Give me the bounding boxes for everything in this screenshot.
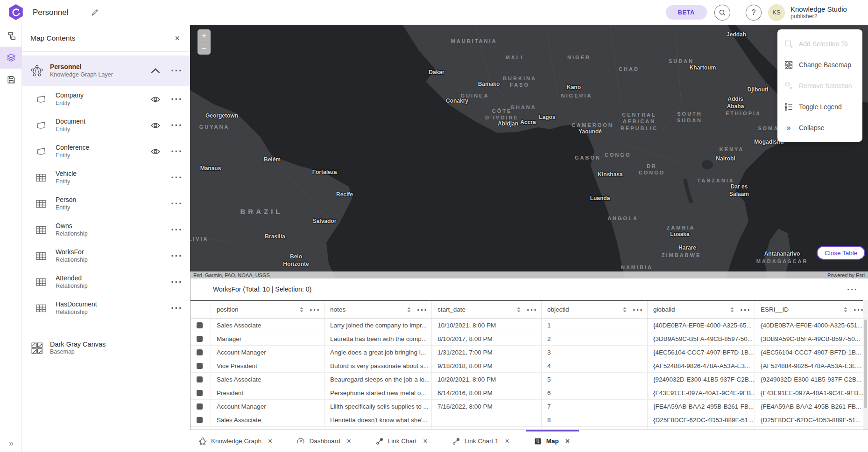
basemap-row[interactable]: Dark Gray Canvas Basemap [22,333,190,363]
table-icon [35,276,47,288]
column-options-icon[interactable] [527,305,537,314]
eye-icon[interactable] [148,94,162,104]
cell-objectid: 8 [541,413,647,426]
tab-dashboard[interactable]: Dashboard [293,430,354,452]
menu-item-toggle-legend[interactable]: Toggle Legend [777,96,862,117]
column-options-icon[interactable] [740,305,751,314]
table-row[interactable]: Account Manager Lilith specifically sell… [191,400,868,413]
tab-link-chart[interactable]: Link Chart [372,430,431,452]
column-options-icon[interactable] [417,305,428,314]
column-header-start-date[interactable]: start_date [431,301,541,318]
column-options-icon[interactable] [310,305,320,314]
layer-row[interactable]: Owns Relationship [22,217,190,243]
close-table-button[interactable]: Close Table [817,246,865,260]
layer-group-personnel[interactable]: Personnel Knowledge Graph Layer [22,56,190,86]
close-icon[interactable] [268,437,272,445]
sort-icon[interactable] [515,306,522,313]
layer-row[interactable]: HasDocument Relationship [22,295,190,321]
close-icon[interactable] [423,437,427,445]
menu-item-add-selection-to[interactable]: Add Selection To [777,33,862,54]
expand-rail-button[interactable] [0,436,22,450]
help-button[interactable] [746,5,762,21]
layer-options-icon[interactable] [171,120,183,131]
row-checkbox[interactable] [197,322,203,328]
menu-item-change-basemap[interactable]: Change Basemap [777,54,862,75]
table-row[interactable]: Account Manager Angie does a great job b… [191,346,868,359]
close-icon[interactable] [346,437,351,445]
layer-options-icon[interactable] [171,303,183,313]
search-button[interactable] [714,5,730,21]
table-scrollbar[interactable] [863,300,868,430]
table-row[interactable]: Vice President Buford is very passionate… [191,359,868,373]
sort-icon[interactable] [298,306,305,313]
layer-row[interactable]: WorksFor Relationship [22,243,190,269]
app-logo-icon[interactable] [7,4,24,21]
column-header-globalid[interactable]: globalid [647,301,755,318]
user-avatar[interactable]: KS [768,4,785,21]
row-checkbox[interactable] [197,417,203,423]
close-panel-button[interactable] [173,32,182,44]
column-header-objectid[interactable]: objectid [541,301,647,318]
layer-options-icon[interactable] [171,225,183,235]
tab-link-chart-1[interactable]: Link Chart 1 [448,430,513,452]
layer-group-options-icon[interactable] [171,66,183,76]
table-row[interactable]: Sales Associate Larry joined the company… [191,319,868,332]
user-info[interactable]: Knowledge Studio publisher2 [790,5,861,20]
table-row[interactable]: Marketing 12/13/2021, 7:00 PM 9 {... {..… [191,427,868,429]
close-icon[interactable] [565,437,570,445]
table-row[interactable]: President Persephone started new metal o… [191,386,868,400]
chevron-up-icon[interactable] [150,66,161,76]
cell-position: President [211,386,324,399]
save-button[interactable] [0,69,22,90]
tab-map[interactable]: Map [530,430,573,452]
table-row[interactable]: Sales Associate Beauregard sleeps on the… [191,373,868,386]
map-contents-button[interactable] [0,47,22,69]
row-checkbox[interactable] [197,390,203,396]
layer-text: HasDocument Relationship [56,300,148,316]
table-row[interactable]: Sales Associate Henrietta doesn't know w… [191,413,868,427]
close-icon[interactable] [505,437,509,445]
eye-icon[interactable] [148,120,162,131]
sort-icon[interactable] [406,306,412,313]
row-checkbox[interactable] [197,403,203,410]
layer-options-icon[interactable] [171,199,183,209]
row-checkbox[interactable] [197,363,203,369]
layer-row[interactable]: Attended Relationship [22,269,190,295]
sort-icon[interactable] [729,306,735,313]
layer-row[interactable]: Document Entity [22,112,190,139]
sort-icon[interactable] [842,306,849,313]
data-model-button[interactable] [0,25,22,47]
tab-knowledge-graph[interactable]: Knowledge Graph [195,430,276,452]
column-header-position[interactable]: position [211,301,324,318]
layer-options-icon[interactable] [171,146,183,157]
layer-options-icon[interactable] [171,94,183,104]
layer-options-icon[interactable] [171,173,183,183]
column-header-notes[interactable]: notes [324,301,431,318]
table-options-icon[interactable] [847,285,858,294]
layer-row[interactable]: Conference Entity [22,139,190,165]
layer-row[interactable]: Vehicle Entity [22,165,190,191]
menu-item-remove-selection[interactable]: Remove Selection [777,75,862,96]
knowledge-graph-icon [198,437,207,445]
row-checkbox[interactable] [197,336,203,342]
layer-options-icon[interactable] [171,251,183,261]
beta-badge: BETA [666,5,707,20]
edit-title-button[interactable] [89,7,101,19]
map-view[interactable]: JeddahMAURITANIAMALINIGERSUDANKhartoumCH… [190,25,868,278]
table-row[interactable]: Manager Lauretta has been with the comp.… [191,332,868,346]
cell-checkbox [191,400,211,413]
row-checkbox[interactable] [197,376,203,382]
zoom-out-button[interactable] [198,42,211,55]
eye-icon[interactable] [148,146,162,157]
column-options-icon[interactable] [633,305,643,314]
layer-name: Vehicle [56,170,148,178]
layer-options-icon[interactable] [171,277,183,287]
zoom-in-button[interactable] [198,29,211,42]
column-header-esri-id[interactable]: ESRI__ID [755,301,868,318]
menu-item-collapse[interactable]: Collapse [777,117,862,138]
layer-row[interactable]: Person Entity [22,191,190,217]
sort-icon[interactable] [621,306,628,313]
row-checkbox[interactable] [197,349,203,355]
layer-row[interactable]: Company Entity [22,86,190,112]
scrollbar-thumb[interactable] [864,320,867,408]
